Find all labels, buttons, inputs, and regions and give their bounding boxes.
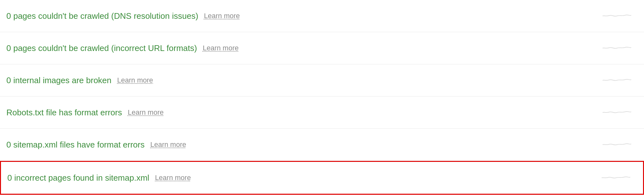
learn-more-broken-images[interactable]: Learn more [117, 76, 153, 84]
sparkline-broken-images [603, 73, 631, 87]
row-left-sitemap-format: 0 sitemap.xml files have format errorsLe… [6, 140, 186, 150]
row-left-broken-images: 0 internal images are brokenLearn more [6, 76, 153, 85]
learn-more-sitemap-incorrect[interactable]: Learn more [155, 174, 191, 182]
learn-more-sitemap-format[interactable]: Learn more [150, 141, 186, 149]
row-text-broken-images: 0 internal images are broken [6, 76, 112, 85]
sparkline-incorrect-url [603, 41, 631, 55]
issues-list: 0 pages couldn't be crawled (DNS resolut… [0, 0, 644, 195]
learn-more-robots-txt[interactable]: Learn more [128, 108, 164, 117]
sparkline-sitemap-format [603, 138, 631, 152]
row-left-dns-resolution: 0 pages couldn't be crawled (DNS resolut… [6, 11, 240, 21]
row-left-robots-txt: Robots.txt file has format errorsLearn m… [6, 108, 164, 118]
row-sitemap-incorrect: 0 incorrect pages found in sitemap.xmlLe… [0, 161, 644, 195]
row-robots-txt: Robots.txt file has format errorsLearn m… [0, 97, 644, 129]
row-text-robots-txt: Robots.txt file has format errors [6, 108, 122, 118]
row-incorrect-url: 0 pages couldn't be crawled (incorrect U… [0, 32, 644, 64]
learn-more-incorrect-url[interactable]: Learn more [203, 44, 239, 52]
row-broken-images: 0 internal images are brokenLearn more [0, 64, 644, 97]
sparkline-dns-resolution [603, 9, 631, 23]
row-text-incorrect-url: 0 pages couldn't be crawled (incorrect U… [6, 43, 197, 53]
row-text-sitemap-incorrect: 0 incorrect pages found in sitemap.xml [7, 173, 149, 183]
row-text-dns-resolution: 0 pages couldn't be crawled (DNS resolut… [6, 11, 198, 21]
row-text-sitemap-format: 0 sitemap.xml files have format errors [6, 140, 144, 150]
row-left-sitemap-incorrect: 0 incorrect pages found in sitemap.xmlLe… [7, 173, 191, 183]
sparkline-sitemap-incorrect [602, 171, 630, 185]
sparkline-robots-txt [603, 105, 631, 119]
row-dns-resolution: 0 pages couldn't be crawled (DNS resolut… [0, 0, 644, 32]
row-left-incorrect-url: 0 pages couldn't be crawled (incorrect U… [6, 43, 238, 53]
learn-more-dns-resolution[interactable]: Learn more [204, 12, 240, 20]
row-sitemap-format: 0 sitemap.xml files have format errorsLe… [0, 129, 644, 161]
